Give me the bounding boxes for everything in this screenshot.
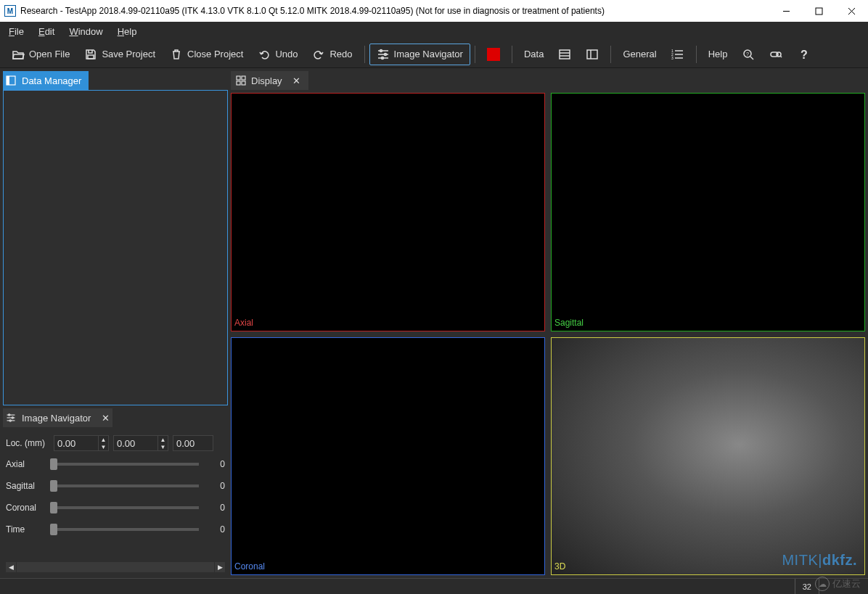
display-tab-label: Display <box>248 75 290 86</box>
minimize-button[interactable] <box>770 0 803 22</box>
axial-slider[interactable] <box>50 463 199 466</box>
open-file-label: Open File <box>29 49 70 59</box>
mitk-logo: MITK|dkfz. <box>782 552 857 569</box>
layout-icon <box>586 48 599 61</box>
slider-handle[interactable] <box>50 502 57 513</box>
slider-label: Time <box>6 524 46 535</box>
spin-down-button[interactable]: ▼ <box>157 443 168 450</box>
examine-button[interactable] <box>762 44 790 65</box>
close-tab-button[interactable]: ✕ <box>290 75 304 86</box>
menu-help[interactable]: Help <box>112 24 143 39</box>
redo-icon <box>312 48 325 61</box>
slider-label: Coronal <box>6 503 46 513</box>
close-project-label: Close Project <box>187 49 243 59</box>
data-manager-body[interactable] <box>3 90 228 405</box>
image-navigator-button[interactable]: Image Navigator <box>369 44 470 65</box>
undo-label: Undo <box>275 49 298 59</box>
panel-icon <box>3 75 19 86</box>
slider-handle[interactable] <box>50 458 57 470</box>
loc-x-input[interactable]: 0.00▲▼ <box>54 435 109 451</box>
svg-text:?: ? <box>801 49 808 61</box>
loc-y-value: 0.00 <box>117 438 135 449</box>
minimize-icon <box>782 7 790 15</box>
layout-button[interactable] <box>578 44 606 65</box>
image-navigator-tab-label: Image Navigator <box>19 413 98 424</box>
redo-button[interactable]: Redo <box>305 44 359 65</box>
question-icon: ? <box>797 48 810 61</box>
app-icon: M <box>4 5 16 17</box>
svg-line-27 <box>780 56 782 57</box>
open-folder-icon <box>12 48 25 61</box>
data-manager-tab[interactable]: Data Manager <box>3 71 89 90</box>
scroll-left-button[interactable]: ◀ <box>6 562 16 572</box>
svg-rect-40 <box>242 81 245 85</box>
image-navigator-tab[interactable]: Image Navigator ✕ <box>3 408 112 427</box>
coronal-slider[interactable] <box>50 506 199 509</box>
close-panel-button[interactable]: ✕ <box>98 413 112 424</box>
loc-y-input[interactable]: 0.00▲▼ <box>113 435 168 451</box>
magnify-icon: ? <box>742 48 755 61</box>
main-body: Data Manager Image Navigator ✕ Loc. (mm)… <box>0 68 868 578</box>
axial-view[interactable]: Axial <box>231 93 545 331</box>
data-manager-tab-label: Data Manager <box>19 75 89 86</box>
svg-rect-11 <box>560 50 570 59</box>
general-button[interactable]: General <box>615 44 663 65</box>
status-cell <box>819 579 862 594</box>
spin-down-button[interactable]: ▼ <box>98 443 108 450</box>
svg-rect-39 <box>237 81 240 85</box>
inspect-button[interactable]: ? <box>734 44 762 65</box>
close-project-button[interactable]: Close Project <box>163 44 250 65</box>
coronal-slider-value: 0 <box>203 503 225 513</box>
3d-view-label: 3D <box>554 561 565 572</box>
3d-view[interactable]: 3D MITK|dkfz. <box>551 337 865 576</box>
sagittal-slider[interactable] <box>50 484 199 487</box>
scroll-right-button[interactable]: ▶ <box>215 562 225 572</box>
scroll-track[interactable] <box>17 562 214 572</box>
save-icon <box>84 48 97 61</box>
help-button[interactable]: Help <box>701 44 735 65</box>
data-manager-panel: Data Manager <box>3 71 228 405</box>
loc-z-input[interactable]: 0.00 <box>173 435 213 451</box>
maximize-icon <box>815 7 823 15</box>
undo-button[interactable]: Undo <box>250 44 305 65</box>
data-button[interactable]: Data <box>517 44 551 65</box>
slider-handle[interactable] <box>50 524 57 535</box>
menu-edit[interactable]: Edit <box>33 24 60 39</box>
window-title: Research - TestApp 2018.4.99-02110a95 (I… <box>20 6 605 16</box>
image-navigator-panel: Image Navigator ✕ Loc. (mm) 0.00▲▼ 0.00▲… <box>3 408 228 575</box>
loc-label: Loc. (mm) <box>6 438 49 448</box>
spin-up-button[interactable]: ▲ <box>157 436 168 443</box>
loc-x-value: 0.00 <box>57 438 75 449</box>
coronal-view[interactable]: Coronal <box>231 337 545 576</box>
slider-handle[interactable] <box>50 480 57 492</box>
slider-label: Sagittal <box>6 481 46 491</box>
sagittal-view[interactable]: Sagittal <box>551 93 865 331</box>
steps-button[interactable]: 123 <box>664 44 692 65</box>
menu-window[interactable]: Window <box>63 24 108 39</box>
panel-scrollbar[interactable]: ◀ ▶ <box>6 562 225 572</box>
open-file-button[interactable]: Open File <box>4 44 77 65</box>
close-button[interactable] <box>835 0 868 22</box>
maximize-button[interactable] <box>803 0 835 22</box>
svg-line-23 <box>750 57 753 59</box>
about-button[interactable]: ? <box>790 44 817 65</box>
menu-file[interactable]: File <box>3 24 30 39</box>
svg-rect-38 <box>242 76 245 80</box>
svg-rect-37 <box>237 76 240 80</box>
display-tab[interactable]: Display ✕ <box>231 71 308 90</box>
svg-text:?: ? <box>746 51 749 57</box>
axial-slider-value: 0 <box>203 459 225 469</box>
svg-text:3: 3 <box>671 56 673 60</box>
axial-view-label: Axial <box>234 318 253 328</box>
center-column: Display ✕ Axial Sagittal Coronal 3D MITK… <box>231 68 868 578</box>
list-view-button[interactable] <box>551 44 578 65</box>
close-icon <box>848 7 856 15</box>
color-swatch-button[interactable] <box>480 44 507 65</box>
svg-rect-1 <box>816 8 822 15</box>
svg-rect-4 <box>88 55 94 59</box>
save-project-button[interactable]: Save Project <box>77 44 163 65</box>
slider-label: Axial <box>6 459 46 469</box>
time-slider[interactable] <box>50 528 199 531</box>
spin-up-button[interactable]: ▲ <box>98 436 108 443</box>
toolbar: Open File Save Project Close Project Und… <box>0 41 868 68</box>
